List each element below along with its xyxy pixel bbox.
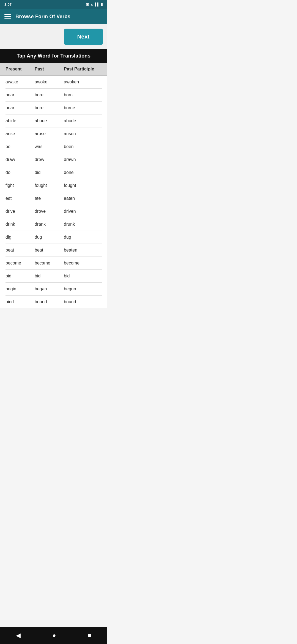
status-bar: 3:07 ▣ ▲ ▌▌ ▮ bbox=[0, 0, 107, 9]
table-row: drivedrovedriven bbox=[6, 205, 102, 218]
header-past-participle: Past Participle bbox=[64, 67, 102, 72]
cell-5-0[interactable]: be bbox=[6, 144, 35, 149]
cell-8-0[interactable]: fight bbox=[6, 183, 35, 188]
cell-11-2[interactable]: drunk bbox=[64, 222, 102, 227]
cell-16-0[interactable]: begin bbox=[6, 286, 35, 291]
table-row: beatbeatbeaten bbox=[6, 244, 102, 257]
cell-12-2[interactable]: dug bbox=[64, 235, 102, 240]
table-row: beginbeganbegun bbox=[6, 283, 102, 296]
cell-6-1[interactable]: drew bbox=[35, 157, 64, 162]
table-row: digdugdug bbox=[6, 231, 102, 244]
table-row: abideabodeabode bbox=[6, 114, 102, 127]
table-row: fightfoughtfought bbox=[6, 179, 102, 192]
cell-7-0[interactable]: do bbox=[6, 170, 35, 175]
cell-1-1[interactable]: bore bbox=[35, 92, 64, 97]
cell-7-2[interactable]: done bbox=[64, 170, 102, 175]
cell-9-1[interactable]: ate bbox=[35, 196, 64, 201]
cell-6-0[interactable]: draw bbox=[6, 157, 35, 162]
cell-16-2[interactable]: begun bbox=[64, 286, 102, 291]
cell-7-1[interactable]: did bbox=[35, 170, 64, 175]
app-header: Browse Form Of Verbs bbox=[0, 9, 107, 24]
cell-14-1[interactable]: became bbox=[35, 261, 64, 266]
verb-table: awakeawokeawokenbearborebornbearboreborn… bbox=[0, 76, 107, 308]
cell-6-2[interactable]: drawn bbox=[64, 157, 102, 162]
status-icons: ▣ ▲ ▌▌ ▮ bbox=[86, 2, 103, 6]
cell-4-0[interactable]: arise bbox=[6, 131, 35, 136]
cell-1-0[interactable]: bear bbox=[6, 92, 35, 97]
cell-12-1[interactable]: dug bbox=[35, 235, 64, 240]
cell-17-1[interactable]: bound bbox=[35, 299, 64, 304]
cell-10-1[interactable]: drove bbox=[35, 209, 64, 214]
wifi-icon: ▲ bbox=[90, 2, 94, 6]
cell-0-1[interactable]: awoke bbox=[35, 80, 64, 84]
table-header: PresentPastPast Participle bbox=[0, 63, 107, 76]
header-past: Past bbox=[35, 67, 64, 72]
cell-15-1[interactable]: bid bbox=[35, 274, 64, 279]
table-row: bearboreborne bbox=[6, 102, 102, 114]
cell-13-1[interactable]: beat bbox=[35, 248, 64, 253]
cell-17-0[interactable]: bind bbox=[6, 299, 35, 304]
table-row: bidbidbid bbox=[6, 270, 102, 283]
header-present: Present bbox=[6, 67, 35, 72]
page-title: Browse Form Of Verbs bbox=[15, 14, 70, 20]
cell-17-2[interactable]: bound bbox=[64, 299, 102, 304]
cell-0-0[interactable]: awake bbox=[6, 80, 35, 84]
cell-4-1[interactable]: arose bbox=[35, 131, 64, 136]
next-button[interactable]: Next bbox=[64, 29, 103, 45]
cell-13-0[interactable]: beat bbox=[6, 248, 35, 253]
table-row: bearboreborn bbox=[6, 89, 102, 102]
next-area: Next bbox=[0, 24, 107, 49]
cell-4-2[interactable]: arisen bbox=[64, 131, 102, 136]
cell-2-1[interactable]: bore bbox=[35, 105, 64, 110]
cell-11-1[interactable]: drank bbox=[35, 222, 64, 227]
table-row: arisearosearisen bbox=[6, 127, 102, 140]
status-time: 3:07 bbox=[4, 2, 12, 7]
cell-5-2[interactable]: been bbox=[64, 144, 102, 149]
cell-2-0[interactable]: bear bbox=[6, 105, 35, 110]
cell-2-2[interactable]: borne bbox=[64, 105, 102, 110]
sim-icon: ▣ bbox=[86, 2, 89, 6]
cell-0-2[interactable]: awoken bbox=[64, 80, 102, 84]
menu-button[interactable] bbox=[4, 14, 11, 19]
cell-10-2[interactable]: driven bbox=[64, 209, 102, 214]
table-row: eatateeaten bbox=[6, 192, 102, 205]
cell-8-2[interactable]: fought bbox=[64, 183, 102, 188]
instruction-banner: Tap Any Word for Translations bbox=[0, 49, 107, 63]
cell-16-1[interactable]: began bbox=[35, 286, 64, 291]
table-row: awakeawokeawoken bbox=[6, 76, 102, 89]
cell-14-0[interactable]: become bbox=[6, 261, 35, 266]
cell-11-0[interactable]: drink bbox=[6, 222, 35, 227]
cell-14-2[interactable]: become bbox=[64, 261, 102, 266]
cell-3-0[interactable]: abide bbox=[6, 118, 35, 123]
cell-8-1[interactable]: fought bbox=[35, 183, 64, 188]
cell-1-2[interactable]: born bbox=[64, 92, 102, 97]
table-row: bewasbeen bbox=[6, 140, 102, 153]
battery-icon: ▮ bbox=[101, 2, 103, 6]
cell-9-0[interactable]: eat bbox=[6, 196, 35, 201]
table-row: bindboundbound bbox=[6, 296, 102, 308]
cell-15-2[interactable]: bid bbox=[64, 274, 102, 279]
cell-15-0[interactable]: bid bbox=[6, 274, 35, 279]
cell-9-2[interactable]: eaten bbox=[64, 196, 102, 201]
cell-3-2[interactable]: abode bbox=[64, 118, 102, 123]
table-row: becomebecamebecome bbox=[6, 257, 102, 270]
cell-12-0[interactable]: dig bbox=[6, 235, 35, 240]
table-row: drawdrewdrawn bbox=[6, 153, 102, 166]
cell-3-1[interactable]: abode bbox=[35, 118, 64, 123]
cell-10-0[interactable]: drive bbox=[6, 209, 35, 214]
cell-5-1[interactable]: was bbox=[35, 144, 64, 149]
table-row: dodiddone bbox=[6, 166, 102, 179]
table-row: drinkdrankdrunk bbox=[6, 218, 102, 231]
instruction-text: Tap Any Word for Translations bbox=[17, 53, 90, 59]
cell-13-2[interactable]: beaten bbox=[64, 248, 102, 253]
signal-icon: ▌▌ bbox=[95, 2, 100, 6]
